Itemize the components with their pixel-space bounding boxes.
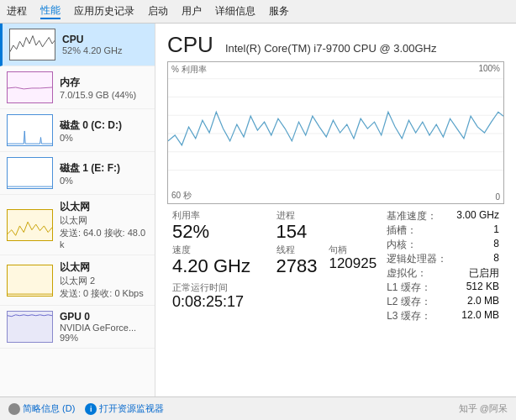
monitor-icon: i	[85, 403, 97, 415]
net1-sidebar-sub2: 发送: 0 接收: 0 Kbps	[60, 287, 148, 300]
chart-time-left: 60 秒	[171, 190, 192, 202]
thread-group: 线程 2783	[276, 244, 318, 276]
speed-value: 4.20 GHz	[172, 256, 266, 276]
bottom-source: 知乎 @阿呆	[459, 402, 508, 415]
left-stats: 利用率 52% 速度 4.20 GHz 正常运行时间 0:08:25:17	[172, 209, 266, 323]
net1-sidebar-title: 以太网	[60, 260, 148, 275]
base-speed-value: 3.00 GHz	[456, 209, 499, 223]
sidebar-item-disk1[interactable]: 磁盘 1 (E: F:) 0%	[0, 152, 155, 195]
handle-value: 120925	[329, 256, 376, 272]
sidebar-item-memory[interactable]: 内存 7.0/15.9 GB (44%)	[0, 66, 155, 109]
chart-y-max: 100%	[478, 64, 500, 73]
socket-row: 插槽： 1	[387, 223, 499, 238]
l3-value: 12.0 MB	[461, 309, 499, 323]
utilization-value: 52%	[172, 222, 266, 242]
summary-icon	[8, 403, 20, 415]
center-stats: 进程 154 线程 2783 句柄 120925	[276, 209, 377, 323]
lp-label: 逻辑处理器：	[387, 252, 447, 266]
chart-time-right: 0	[495, 192, 500, 202]
speed-label: 速度	[172, 244, 266, 256]
process-label: 进程	[276, 209, 377, 222]
sidebar: CPU 52% 4.20 GHz 内存 7.0/15.9 GB (44%)	[0, 24, 155, 396]
core-value: 8	[493, 238, 499, 252]
menu-services[interactable]: 服务	[269, 4, 289, 18]
virt-value: 已启用	[469, 266, 499, 281]
monitor-link[interactable]: i 打开资源监视器	[85, 402, 164, 415]
l1-value: 512 KB	[466, 281, 499, 295]
disk0-sidebar-info: 磁盘 0 (C: D:) 0%	[60, 118, 148, 143]
speed-group: 速度 4.20 GHz	[172, 244, 266, 276]
process-value: 154	[276, 222, 377, 242]
disk1-mini-graph	[7, 157, 53, 189]
net0-sidebar-info: 以太网 以太网 发送: 64.0 接收: 48.0 k	[60, 200, 148, 249]
sidebar-item-net0[interactable]: 以太网 以太网 发送: 64.0 接收: 48.0 k	[0, 195, 155, 255]
lp-row: 逻辑处理器： 8	[387, 252, 499, 266]
mem-sidebar-info: 内存 7.0/15.9 GB (44%)	[60, 76, 148, 100]
sidebar-item-gpu[interactable]: GPU 0 NVIDIA GeForce... 99%	[0, 306, 155, 349]
uptime-value: 0:08:25:17	[172, 294, 266, 311]
right-stats-col: 基准速度： 3.00 GHz 插槽： 1 内核： 8 逻辑处理器： 8 虚拟化：	[387, 209, 499, 323]
process-group: 进程 154	[276, 209, 377, 242]
mem-sidebar-sub: 7.0/15.9 GB (44%)	[60, 90, 148, 100]
cpu-chart: % 利用率 100% 60 秒 0	[167, 61, 504, 204]
chart-svg	[168, 62, 503, 203]
cpu-mini-graph	[9, 29, 55, 60]
panel-title: CPU	[167, 32, 213, 58]
uptime-label: 正常运行时间	[172, 281, 266, 294]
gpu-sidebar-title: GPU 0	[60, 311, 148, 323]
sidebar-item-cpu[interactable]: CPU 52% 4.20 GHz	[0, 24, 155, 66]
disk1-sidebar-info: 磁盘 1 (E: F:) 0%	[60, 161, 148, 186]
l1-row: L1 缓存： 512 KB	[387, 281, 499, 295]
mem-sidebar-title: 内存	[60, 76, 148, 90]
net0-mini-graph	[7, 209, 53, 241]
summary-link[interactable]: 简略信息 (D)	[8, 402, 75, 415]
utilization-label: 利用率	[172, 209, 266, 222]
l1-label: L1 缓存：	[387, 281, 431, 295]
virt-label: 虚拟化：	[387, 266, 427, 281]
panel-model: Intel(R) Core(TM) i7-9700 CPU @ 3.00GHz	[225, 42, 437, 55]
menu-details[interactable]: 详细信息	[215, 4, 255, 18]
disk0-sidebar-title: 磁盘 0 (C: D:)	[60, 118, 148, 133]
socket-label: 插槽：	[387, 223, 417, 238]
mem-mini-graph	[7, 71, 53, 103]
thread-handle-group: 线程 2783 句柄 120925	[276, 244, 377, 278]
base-speed-label: 基准速度：	[387, 209, 437, 223]
gpu-sidebar-sub2: 99%	[60, 333, 148, 343]
summary-label: 简略信息 (D)	[23, 402, 75, 415]
thread-value: 2783	[276, 256, 318, 276]
net0-sidebar-sub1: 以太网	[60, 214, 148, 227]
l3-label: L3 缓存：	[387, 309, 431, 323]
bottom-bar: 简略信息 (D) i 打开资源监视器 知乎 @阿呆	[0, 396, 516, 420]
gpu-sidebar-sub1: NVIDIA GeForce...	[60, 323, 148, 333]
core-label: 内核：	[387, 238, 417, 252]
menu-history[interactable]: 应用历史记录	[74, 4, 134, 18]
l2-value: 2.0 MB	[467, 295, 499, 309]
menu-startup[interactable]: 启动	[148, 4, 168, 18]
bottom-left: 简略信息 (D) i 打开资源监视器	[8, 402, 164, 415]
svg-rect-1	[8, 312, 52, 342]
sidebar-item-disk0[interactable]: 磁盘 0 (C: D:) 0%	[0, 109, 155, 152]
base-speed-row: 基准速度： 3.00 GHz	[387, 209, 499, 223]
socket-value: 1	[493, 223, 499, 238]
disk1-sidebar-sub: 0%	[60, 176, 148, 186]
thread-label: 线程	[276, 244, 318, 256]
chart-y-label: % 利用率	[171, 64, 207, 76]
lp-value: 8	[493, 252, 499, 266]
menu-users[interactable]: 用户	[182, 4, 202, 18]
utilization-group: 利用率 52%	[172, 209, 266, 242]
cpu-header: CPU Intel(R) Core(TM) i7-9700 CPU @ 3.00…	[167, 32, 504, 58]
uptime-group: 正常运行时间 0:08:25:17	[172, 281, 266, 311]
main-container: CPU 52% 4.20 GHz 内存 7.0/15.9 GB (44%)	[0, 24, 516, 396]
menu-process[interactable]: 进程	[7, 4, 27, 18]
l3-row: L3 缓存： 12.0 MB	[387, 309, 499, 323]
disk0-mini-graph	[7, 114, 53, 146]
sidebar-item-net1[interactable]: 以太网 以太网 2 发送: 0 接收: 0 Kbps	[0, 255, 155, 306]
net1-mini-graph	[7, 265, 53, 297]
virt-row: 虚拟化： 已启用	[387, 266, 499, 281]
disk0-sidebar-sub: 0%	[60, 133, 148, 143]
gpu-mini-graph	[7, 311, 53, 343]
cpu-sidebar-info: CPU 52% 4.20 GHz	[62, 34, 148, 55]
net0-sidebar-title: 以太网	[60, 200, 148, 214]
menu-performance[interactable]: 性能	[40, 3, 61, 19]
right-panel: CPU Intel(R) Core(TM) i7-9700 CPU @ 3.00…	[155, 24, 516, 396]
